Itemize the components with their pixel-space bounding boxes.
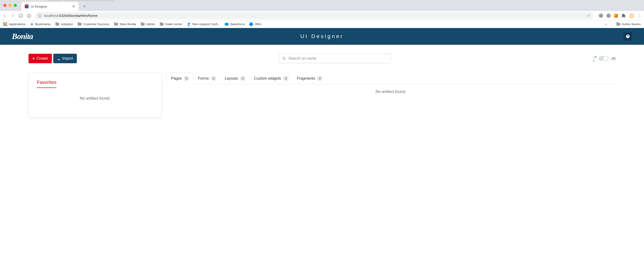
sort-date-icon[interactable]: ↓	[610, 56, 616, 60]
background-tab-text: bonita-doc – bonita-studio-download-inst…	[49, 0, 114, 2]
folder-icon	[141, 23, 144, 26]
bookmark-bookmarks[interactable]: ★ Bookmarks	[30, 22, 51, 26]
home-button[interactable]	[27, 13, 32, 18]
salesforce-icon	[225, 23, 228, 26]
extension-icon-3[interactable]	[614, 14, 618, 18]
tab-custom-widgets[interactable]: Custom widgets 0	[250, 73, 293, 84]
create-button[interactable]: + Create	[28, 54, 52, 63]
tab-layouts[interactable]: Layouts 0	[220, 73, 250, 84]
forward-button[interactable]	[10, 13, 15, 18]
folder-icon	[56, 23, 59, 26]
tab-fragments[interactable]: Fragments 0	[293, 73, 327, 84]
sort-alpha-icon[interactable]: ↓AZ	[593, 54, 596, 62]
divider	[612, 22, 612, 26]
tab-favicon	[25, 4, 28, 8]
site-info-icon[interactable]: i	[38, 14, 42, 17]
bookmark-geek-corner[interactable]: Geek corner	[160, 22, 182, 26]
favorites-empty-message: No artifact found.	[37, 96, 154, 101]
search-icon	[282, 56, 286, 60]
address-bar[interactable]: i localhost:53204/bonita/#/en/home ☆	[35, 12, 594, 19]
close-window-button[interactable]	[3, 4, 6, 7]
folder-icon	[78, 23, 82, 26]
plus-icon: +	[32, 56, 35, 61]
main-content: + Create Import ↓AZ ↓ Favorites No artif…	[0, 45, 644, 127]
bookmark-jira[interactable]: JIRA	[250, 22, 261, 26]
bonita-logo[interactable]: Bonita	[12, 32, 33, 41]
svg-rect-1	[612, 58, 615, 60]
browser-tab-active[interactable]: UI Designer ✕	[22, 2, 78, 11]
import-button[interactable]: Import	[53, 54, 77, 63]
count-badge: 0	[184, 76, 189, 81]
search-input[interactable]	[288, 56, 388, 60]
bookmark-customer-success[interactable]: Customer Success	[78, 22, 109, 26]
bookmark-apps[interactable]: Applications	[3, 22, 26, 26]
bookmark-other-favorites[interactable]: Autres favoris	[616, 22, 641, 26]
url-text: localhost:53204/bonita/#/en/home	[44, 14, 98, 18]
bookmark-adoption[interactable]: Adoption	[56, 22, 73, 26]
sort-toggle[interactable]	[598, 56, 608, 61]
bookmarks-overflow-icon[interactable]: »	[605, 22, 606, 26]
app-header: Bonita UI Designer	[0, 28, 644, 45]
maximize-window-button[interactable]	[14, 4, 17, 7]
artifacts-panel: Pages 0 Forms 0 Layouts 0 Custom widgets…	[166, 73, 616, 99]
minimize-window-button[interactable]	[8, 4, 12, 7]
count-badge: 0	[317, 76, 322, 81]
extensions-puzzle-icon[interactable]	[621, 13, 626, 18]
folder-icon	[160, 23, 164, 26]
back-button[interactable]	[2, 13, 7, 18]
search-box[interactable]	[279, 54, 391, 63]
count-badge: 0	[283, 76, 288, 81]
sort-controls: ↓AZ ↓	[593, 54, 616, 62]
tab-title: UI Designer	[31, 5, 70, 8]
favorites-panel: Favorites No artifact found.	[28, 73, 162, 118]
artifact-tabs: Pages 0 Forms 0 Layouts 0 Custom widgets…	[166, 73, 616, 84]
confluence-icon	[187, 22, 191, 26]
browser-menu-icon[interactable]: ⋮	[638, 13, 642, 18]
extension-icon-2[interactable]	[606, 14, 611, 18]
tab-content-empty-message: No artifact found.	[166, 84, 616, 99]
bookmark-salesforce[interactable]: Salesforce	[225, 22, 245, 26]
browser-toolbar: i localhost:53204/bonita/#/en/home ☆ ⋮	[0, 11, 644, 20]
action-row: + Create Import ↓AZ ↓	[28, 54, 616, 63]
bookmarks-bar: Applications ★ Bookmarks Adoption Custom…	[0, 20, 644, 28]
new-tab-button[interactable]: +	[81, 3, 88, 10]
bookmark-sites-bonita[interactable]: Sites Bonita	[114, 22, 136, 26]
apps-grid-icon	[3, 22, 7, 26]
tab-pages[interactable]: Pages 0	[166, 73, 194, 84]
import-icon	[57, 57, 61, 60]
main-columns: Favorites No artifact found. Pages 0 For…	[28, 73, 616, 118]
browser-chrome: bonita-doc – bonita-studio-download-inst…	[0, 0, 644, 28]
folder-icon	[616, 23, 620, 26]
bookmark-admin[interactable]: Admin	[141, 22, 155, 26]
help-icon	[626, 34, 630, 38]
close-tab-icon[interactable]: ✕	[72, 4, 75, 8]
extension-icon-1[interactable]	[599, 14, 603, 18]
count-badge: 0	[211, 76, 216, 81]
reload-button[interactable]	[18, 13, 23, 18]
jira-icon	[249, 22, 254, 26]
favorites-title: Favorites	[37, 80, 56, 88]
count-badge: 0	[240, 76, 246, 81]
tab-forms[interactable]: Forms 0	[194, 73, 220, 84]
profile-avatar[interactable]	[629, 13, 634, 18]
star-icon: ★	[30, 22, 34, 26]
bookmark-star-icon[interactable]: ☆	[587, 13, 590, 18]
app-title: UI Designer	[300, 33, 344, 40]
help-button[interactable]	[624, 32, 632, 41]
extension-icons: ⋮	[597, 13, 642, 18]
window-controls	[3, 4, 17, 7]
tab-strip: bonita-doc – bonita-studio-download-inst…	[0, 0, 644, 11]
svg-point-0	[283, 57, 285, 59]
bookmark-confluence[interactable]: Mon espace Confl...	[187, 22, 220, 26]
folder-icon	[114, 23, 118, 26]
